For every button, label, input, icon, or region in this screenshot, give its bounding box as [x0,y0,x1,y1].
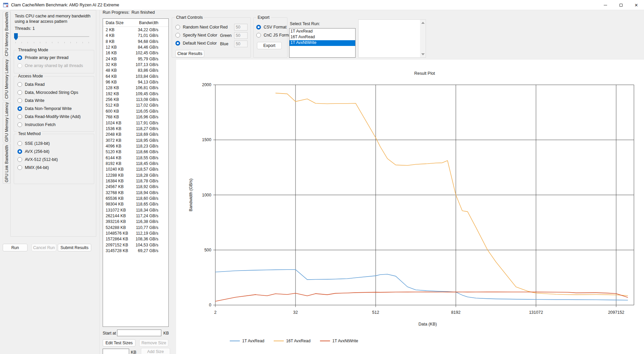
table-row[interactable]: 4 KB71,01 GB/s [103,33,168,38]
column-header-data-size[interactable]: Data Size [106,20,123,25]
add-size-input[interactable] [103,349,129,354]
table-row[interactable]: 8 KB94,68 GB/s [103,39,168,44]
table-row[interactable]: 10240 KB118,57 GB/s [103,166,168,172]
next-color-option-default-next-color[interactable]: Default Next Color [175,39,219,47]
table-row[interactable]: 32768 KB118,94 GB/s [103,190,168,195]
threads-slider[interactable] [14,33,91,44]
test-method-option-mmx-64-bit-[interactable]: MMX (64-bit) [17,164,58,172]
next-color-option-random-next-color[interactable]: Random Next Color [175,23,219,31]
table-row[interactable]: 96 KB94,13 GB/s [103,79,168,85]
add-size-button[interactable]: Add Size [141,348,170,354]
minimize-button[interactable] [598,0,613,10]
submit-results-button[interactable]: Submit Results [58,244,91,251]
table-row[interactable]: 98304 KB118,65 GB/s [103,201,168,207]
series-line-1t-avxntwrite [215,292,628,301]
scroll-up-icon[interactable] [421,22,425,24]
table-row[interactable]: 5120 KB118,66 GB/s [103,149,168,155]
table-row[interactable]: 24567 KB118,92 GB/s [103,184,168,189]
start-at-input[interactable] [117,330,161,336]
clear-results-button[interactable]: Clear Results [175,50,204,57]
sidebar-tab-gpu-memory-latency[interactable]: GPU Memory Latency [3,102,10,142]
table-row[interactable]: 2048 KB118,69 GB/s [103,131,168,137]
vertical-scrollbar[interactable] [420,20,426,57]
test-run-item-1t-avxntwrite[interactable]: 1T AvxNtWrite [289,40,355,46]
slider-thumb[interactable] [14,33,18,40]
test-run-listbox[interactable]: 1T AvxRead16T AvxRead1T AvxNtWrite [289,28,356,58]
table-row[interactable]: 512 KB117,02 GB/s [103,102,168,108]
table-row[interactable]: 8192 KB118,45 GB/s [103,161,168,166]
next-color-option-specify-next-color[interactable]: Specify Next Color [175,31,219,39]
access-mode-option-data-microcoded-string-ops[interactable]: Data, Microcoded String Ops [17,88,80,97]
results-table[interactable]: Data Size Bandwidth 2 KB34,22 GB/s4 KB71… [103,18,169,327]
select-test-run-label: Select Test Run: [290,21,320,26]
table-row[interactable]: 16 KB102,45 GB/s [103,50,168,56]
access-mode-option-data-non-temporal-write[interactable]: Data Non-Temporal Write [17,105,80,113]
close-button[interactable]: ✕ [629,0,644,10]
sidebar-tab-cpu-memory-bandwidth[interactable]: CPU Memory Bandwidth [3,12,10,56]
test-method-option-avx-512-512-bit-[interactable]: AVX-512 (512-bit) [17,156,58,164]
table-row[interactable]: 4096 KB118,23 GB/s [103,143,168,149]
result-plot-chart: 050010001500200023251281921310722097152R… [176,60,644,354]
test-method-option-sse-128-bit-[interactable]: SSE (128-bit) [17,139,58,148]
bandwidth-cell: 118,57 GB/s [136,167,158,172]
table-row[interactable]: 3072 KB118,95 GB/s [103,137,168,143]
data-size-cell: 768 KB [106,115,119,119]
table-row[interactable]: 1536 KB118,27 GB/s [103,126,168,131]
table-row[interactable]: 262144 KB117,24 GB/s [103,213,168,219]
access-mode-option-instruction-fetch[interactable]: Instruction Fetch [17,121,80,129]
radio-option-label: Data Read [25,82,45,87]
cancel-run-button[interactable]: Cancel Run [32,244,56,251]
table-row[interactable]: 256 KB113,08 GB/s [103,97,168,102]
app-icon [3,2,8,8]
red-input[interactable]: 50 [234,24,248,31]
bandwidth-cell: 107,13 GB/s [136,62,158,67]
access-mode-option-data-write[interactable]: Data Write [17,97,80,105]
access-mode-option-data-read-modify-write-add-[interactable]: Data Read-Modify-Write (Add) [17,113,80,121]
column-header-bandwidth[interactable]: Bandwidth [139,20,158,25]
edit-test-sizes-button[interactable]: Edit Test Sizes [103,339,136,347]
scroll-down-icon[interactable] [421,53,425,55]
test-method-option-avx-256-bit-[interactable]: AVX (256-bit) [17,148,58,156]
table-row[interactable]: 6144 KB118,55 GB/s [103,155,168,161]
data-size-cell: 524288 KB [106,225,126,230]
table-row[interactable]: 1572864 KB108,36 GB/s [103,236,168,242]
table-row[interactable]: 128 KB106,81 GB/s [103,85,168,91]
threading-mode-option-private-array-per-thread[interactable]: Private array per thread [17,54,83,62]
export-format-option-csv-format[interactable]: CSV Format [256,23,292,31]
table-row[interactable]: 768 KB116,96 GB/s [103,114,168,120]
test-run-item-16t-avxread[interactable]: 16T AvxRead [289,35,355,40]
sidebar-tab-cpu-memory-latency[interactable]: CPU Memory Latency [3,58,10,101]
run-button[interactable]: Run [3,244,28,251]
table-row[interactable]: 524288 KB110,77 GB/s [103,225,168,230]
table-row[interactable]: 131072 KB118,34 GB/s [103,207,168,213]
table-row[interactable]: 3145728 KB69,27 GB/s [103,248,168,253]
table-row[interactable]: 2097152 KB104,53 GB/s [103,242,168,248]
table-row[interactable]: 1048576 KB112,19 GB/s [103,230,168,236]
test-run-item-1t-avxread[interactable]: 1T AvxRead [289,29,355,35]
bandwidth-cell: 110,77 GB/s [136,225,158,230]
blue-input[interactable]: 50 [234,41,248,47]
table-row[interactable]: 16384 KB118,78 GB/s [103,178,168,184]
remove-size-button[interactable]: Remove Size [139,339,168,347]
bandwidth-cell: 118,27 GB/s [136,126,158,131]
green-input[interactable]: 50 [234,32,248,39]
table-row[interactable]: 600 KB116,05 GB/s [103,108,168,114]
radio-option-label: Random Next Color [183,25,219,30]
access-mode-option-data-read[interactable]: Data Read [17,80,80,88]
table-row[interactable]: 24 KB95,79 GB/s [103,56,168,62]
maximize-button[interactable] [613,0,629,10]
table-row[interactable]: 1024 KB117,91 GB/s [103,120,168,126]
table-row[interactable]: 12288 KB118,28 GB/s [103,172,168,178]
table-row[interactable]: 48 KB83,86 GB/s [103,67,168,73]
table-row[interactable]: 64 KB103,84 GB/s [103,73,168,79]
table-row[interactable]: 192 KB109,45 GB/s [103,91,168,97]
table-row[interactable]: 12 KB84,46 GB/s [103,44,168,50]
table-row[interactable]: 65536 KB118,60 GB/s [103,195,168,201]
sidebar-tab-gpu-link-bandwidth[interactable]: GPU Link Bandwidth [3,144,10,184]
table-row[interactable]: 393216 KB116,38 GB/s [103,219,168,224]
data-size-cell: 2097152 KB [106,243,128,247]
export-format-option-cnc-js-format[interactable]: CnC JS Format [256,31,292,39]
table-row[interactable]: 2 KB34,22 GB/s [103,27,168,33]
export-button[interactable]: Export [257,42,282,49]
table-row[interactable]: 32 KB107,13 GB/s [103,62,168,67]
